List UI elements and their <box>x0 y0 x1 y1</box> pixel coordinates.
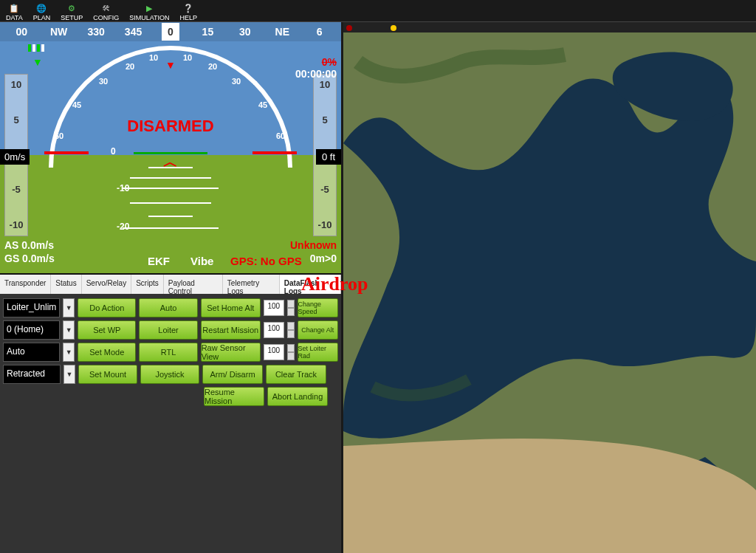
bank-marker-icon: ▼ <box>32 56 43 68</box>
arm-disarm-button[interactable]: Arm/ Disarm <box>202 365 263 384</box>
flight-time: 00:00:00 <box>295 68 337 80</box>
set-wp-button[interactable]: Set WP <box>78 320 136 340</box>
altitude-readout: 0 ft <box>316 149 341 165</box>
change-alt-button[interactable]: Change Alt <box>298 320 338 340</box>
joystick-button[interactable]: Joystick <box>140 365 199 384</box>
compass-tick: 345 <box>114 26 151 38</box>
toolbar-label: HELP <box>180 14 198 21</box>
play-icon: ▶ <box>141 2 157 14</box>
arm-status: DISARMED <box>127 117 213 136</box>
tab-bar: Transponder Status Servo/Relay Scripts P… <box>0 275 341 294</box>
pitch-line <box>123 188 219 189</box>
spin-down-icon[interactable]: ▼ <box>287 330 295 338</box>
select-mount[interactable]: Retracted <box>3 365 61 384</box>
horizon-bar-right <box>252 151 297 154</box>
spin-down-icon[interactable]: ▼ <box>287 352 295 360</box>
tab-scripts[interactable]: Scripts <box>131 275 164 294</box>
clear-track-button[interactable]: Clear Track <box>266 365 326 384</box>
tab-transponder[interactable]: Transponder <box>0 275 51 294</box>
aircraft-symbol-icon: ︿ <box>163 152 178 172</box>
airspeed-text: AS 0.0m/s <box>4 239 54 251</box>
vibe-status[interactable]: Vibe <box>190 255 213 267</box>
tab-telemetry-logs[interactable]: Telemetry Logs <box>223 275 280 294</box>
chevron-down-icon[interactable]: ▼ <box>63 343 75 362</box>
tape-tick: 5 <box>5 114 27 126</box>
tab-status[interactable]: Status <box>51 275 81 294</box>
arc-tick: 10 <box>149 53 158 62</box>
help-icon: ❔ <box>180 2 196 14</box>
toolbar-setup[interactable]: ⚙SETUP <box>58 0 86 21</box>
loiter-button[interactable]: Loiter <box>139 320 197 340</box>
chevron-down-icon[interactable]: ▼ <box>63 320 75 340</box>
select-command[interactable]: Loiter_Unlim <box>3 298 60 317</box>
tape-tick: 5 <box>314 114 336 126</box>
alt-spinner[interactable]: 100 <box>264 322 284 338</box>
tab-servo-relay[interactable]: Servo/Relay <box>82 275 131 294</box>
chevron-down-icon[interactable]: ▼ <box>63 298 75 317</box>
abort-landing-button[interactable]: Abort Landing <box>267 387 328 406</box>
tab-dataflash-logs[interactable]: DataFlash Logs <box>280 275 341 294</box>
spin-up-icon[interactable]: ▲ <box>287 344 295 352</box>
ekf-status[interactable]: EKF <box>148 255 170 267</box>
pitch-line <box>123 227 219 229</box>
pitch-label: 0 <box>111 146 116 157</box>
toolbar-label: PLAN <box>33 14 51 21</box>
toolbar-config[interactable]: 🛠CONFIG <box>90 0 122 21</box>
toolbar-simulation[interactable]: ▶SIMULATION <box>126 0 172 21</box>
actions-grid: Loiter_Unlim▼ Do Action Auto Set Home Al… <box>0 294 341 553</box>
spin-down-icon[interactable]: ▼ <box>287 308 295 316</box>
distance-text: 0m>0 <box>310 253 337 264</box>
toolbar-label: DATA <box>6 14 23 21</box>
pitch-line <box>148 216 193 217</box>
pitch-line <box>148 167 193 168</box>
arc-tick: 30 <box>99 77 108 86</box>
arc-tick: 10 <box>183 53 192 62</box>
loiter-rad-spinner[interactable]: 100 <box>264 344 284 360</box>
gps-status[interactable]: GPS: No GPS <box>230 255 302 267</box>
rtl-button[interactable]: RTL <box>139 343 197 362</box>
map-view[interactable]: 0 + <box>343 22 756 553</box>
horizon-bar-left <box>44 151 89 154</box>
airspeed-readout: 0m/s <box>0 149 30 165</box>
set-mount-button[interactable]: Set Mount <box>78 365 137 384</box>
arc-tick: 60 <box>55 131 63 140</box>
toolbar-label: SETUP <box>61 14 83 21</box>
set-home-alt-button[interactable]: Set Home Alt <box>201 298 261 317</box>
select-mode[interactable]: Auto <box>3 343 60 362</box>
speed-spinner[interactable]: 100 <box>264 300 284 316</box>
compass-tick: 00 <box>3 26 40 38</box>
change-speed-button[interactable]: Change Speed <box>298 298 338 317</box>
raw-sensor-view-button[interactable]: Raw Sensor View <box>201 343 261 362</box>
heading-box: 0 <box>162 23 179 41</box>
set-mode-button[interactable]: Set Mode <box>78 343 136 362</box>
pitch-line <box>130 177 211 179</box>
toolbar-label: SIMULATION <box>129 14 169 21</box>
spin-up-icon[interactable]: ▲ <box>287 322 295 330</box>
bank-ticks <box>28 44 44 52</box>
arc-tick: 60 <box>276 131 285 140</box>
toolbar-plan[interactable]: 🌐PLAN <box>30 0 54 21</box>
select-waypoint[interactable]: 0 (Home) <box>3 320 60 340</box>
chevron-down-icon[interactable]: ▼ <box>63 365 75 384</box>
set-loiter-rad-button[interactable]: Set Loiter Rad <box>298 343 338 362</box>
compass-tick: NE <box>264 26 300 38</box>
battery-percent: 0% <box>322 56 337 68</box>
do-action-button[interactable]: Do Action <box>78 298 136 317</box>
restart-mission-button[interactable]: Restart Mission <box>201 320 261 340</box>
status-dot-yellow-icon <box>391 25 396 31</box>
zero-caret-icon: ▼ <box>165 59 176 71</box>
groundspeed-text: GS 0.0m/s <box>4 253 55 264</box>
pitch-label: -10 <box>117 183 129 193</box>
clipboard-icon: 📋 <box>6 2 22 14</box>
toolbar-help[interactable]: ❔HELP <box>177 0 201 21</box>
resume-mission-button[interactable]: Resume Mission <box>204 387 264 406</box>
tab-payload-control[interactable]: Payload Control <box>164 275 223 294</box>
tape-tick: -5 <box>314 184 336 195</box>
auto-button[interactable]: Auto <box>139 298 197 317</box>
toolbar-data[interactable]: 📋DATA <box>3 0 26 21</box>
spin-up-icon[interactable]: ▲ <box>287 300 295 308</box>
compass-tick: 6 <box>301 26 338 38</box>
compass-tick: NW <box>40 26 77 38</box>
main-toolbar: 📋DATA 🌐PLAN ⚙SETUP 🛠CONFIG ▶SIMULATION ❔… <box>0 0 756 22</box>
tape-tick: -10 <box>314 219 336 230</box>
